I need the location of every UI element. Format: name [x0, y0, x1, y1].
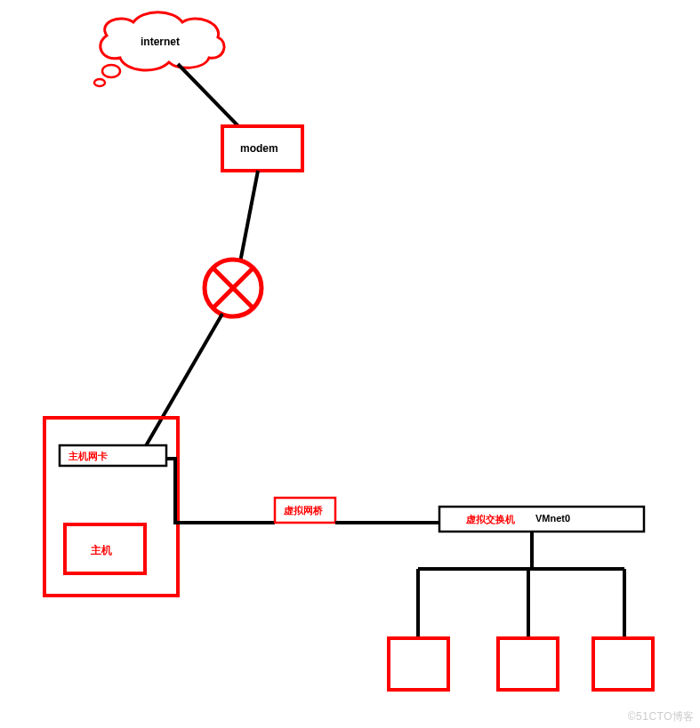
modem-label: modem: [240, 142, 278, 155]
vm-box-2: [498, 638, 558, 690]
host-label: 主机: [91, 543, 112, 558]
internet-cloud: [94, 12, 224, 86]
link-nic-bridge: [166, 459, 275, 523]
svg-point-1: [94, 79, 105, 86]
virtual-switch-label: 虚拟交换机: [466, 513, 515, 526]
svg-point-0: [102, 65, 120, 77]
network-diagram: [0, 0, 700, 728]
vmnet-label: VMnet0: [535, 513, 570, 524]
watermark: ©51CTO博客: [628, 709, 695, 724]
link-modem-router: [240, 171, 258, 262]
link-cloud-modem: [178, 64, 238, 126]
host-nic-label: 主机网卡: [68, 450, 108, 463]
router-symbol: [205, 260, 261, 316]
virtual-bridge-label: 虚拟网桥: [284, 504, 323, 517]
link-router-nic: [144, 314, 222, 449]
vm-box-1: [389, 638, 448, 690]
vm-box-3: [593, 638, 653, 690]
internet-label: internet: [141, 36, 180, 48]
